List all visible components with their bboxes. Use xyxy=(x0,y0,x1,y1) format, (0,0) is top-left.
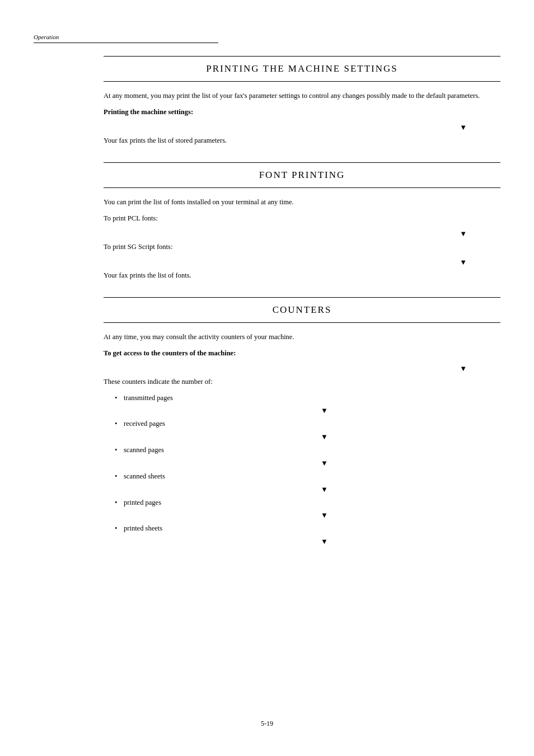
counter-item-printed-sheets: printed sheets ▼ xyxy=(104,523,500,546)
counter-item-scanned-sheets: scanned sheets ▼ xyxy=(104,471,500,494)
page-container: Operation PRINTING THE MACHINE SETTINGS … xyxy=(0,0,534,756)
section-font-printing: FONT PRINTING You can print the list of … xyxy=(104,162,500,280)
counter-item-scanned-pages: scanned pages ▼ xyxy=(104,445,500,468)
section-printing-settings: PRINTING THE MACHINE SETTINGS At any mom… xyxy=(104,56,500,145)
printing-settings-title-block: PRINTING THE MACHINE SETTINGS xyxy=(104,56,500,82)
counter-item-printed-pages: printed pages ▼ xyxy=(104,497,500,520)
counter-item-transmitted-text: transmitted pages xyxy=(124,394,173,402)
printing-settings-title: PRINTING THE MACHINE SETTINGS xyxy=(104,61,500,77)
counter-item-printed-sheets-text: printed sheets xyxy=(115,523,500,534)
counter-item-scanned-sheets-text: scanned sheets xyxy=(115,471,500,482)
counters-access-arrow: ▼ xyxy=(104,364,500,373)
counter-item-printed-pages-text: printed pages xyxy=(115,497,500,508)
printing-settings-bottom-line xyxy=(104,81,500,82)
counters-title-text: COUNTERS xyxy=(273,304,332,315)
counters-top-line xyxy=(104,297,500,298)
header-section: Operation xyxy=(34,34,500,43)
counter-item-received-pages: received pages xyxy=(115,419,500,429)
font-printing-title-text: FONT PRINTING xyxy=(259,170,345,180)
counter-item-scanned-pages-arrow: ▼ xyxy=(148,459,500,468)
font-printing-title: FONT PRINTING xyxy=(104,167,500,183)
counters-intro: At any time, you may consult the activit… xyxy=(104,332,500,342)
header-line xyxy=(34,43,218,43)
counter-item-scanned-pages-text: scanned pages xyxy=(115,445,500,456)
printing-settings-step-label: Printing the machine settings: xyxy=(104,107,500,118)
counters-title-block: COUNTERS xyxy=(104,297,500,323)
counters-step-label: To get access to the counters of the mac… xyxy=(104,348,500,359)
font-printing-intro: You can print the list of fonts installe… xyxy=(104,197,500,208)
counter-list: transmitted pages ▼ received pages ▼ xyxy=(104,393,500,547)
counter-item-printed-sheets-arrow: ▼ xyxy=(148,537,500,546)
printing-settings-title-text: PRINTING THE MACHINE SETTINGS xyxy=(206,63,397,74)
counters-items-intro: These counters indicate the number of: xyxy=(104,377,500,387)
counter-item-transmitted-pages: transmitted pages xyxy=(115,393,500,403)
font-printing-step2: To print SG Script fonts: xyxy=(104,242,500,252)
page-number: 5-19 xyxy=(0,720,534,728)
counters-title: COUNTERS xyxy=(104,302,500,318)
font-printing-arrow2: ▼ xyxy=(104,258,500,267)
counters-bottom-line xyxy=(104,322,500,323)
header-label: Operation xyxy=(34,34,500,40)
font-printing-arrow1: ▼ xyxy=(104,229,500,238)
font-printing-result: Your fax prints the list of fonts. xyxy=(104,270,500,281)
counter-item-received-text: received pages xyxy=(124,420,165,428)
font-printing-top-line xyxy=(104,162,500,163)
counter-item-received-arrow: ▼ xyxy=(148,433,500,442)
printing-settings-intro: At any moment, you may print the list of… xyxy=(104,91,500,101)
printing-settings-result: Your fax prints the list of stored param… xyxy=(104,135,500,146)
counter-item-received: received pages ▼ xyxy=(104,419,500,442)
counter-item-transmitted: transmitted pages ▼ xyxy=(104,393,500,416)
counter-item-scanned-sheets-arrow: ▼ xyxy=(148,485,500,494)
section-counters: COUNTERS At any time, you may consult th… xyxy=(104,297,500,546)
counter-item-transmitted-arrow: ▼ xyxy=(148,406,500,415)
printing-settings-top-line xyxy=(104,56,500,57)
font-printing-step1: To print PCL fonts: xyxy=(104,213,500,224)
printing-settings-arrow: ▼ xyxy=(104,123,500,132)
counter-item-printed-pages-arrow: ▼ xyxy=(148,511,500,520)
content-area: PRINTING THE MACHINE SETTINGS At any mom… xyxy=(104,56,500,563)
font-printing-title-block: FONT PRINTING xyxy=(104,162,500,188)
font-printing-bottom-line xyxy=(104,187,500,188)
